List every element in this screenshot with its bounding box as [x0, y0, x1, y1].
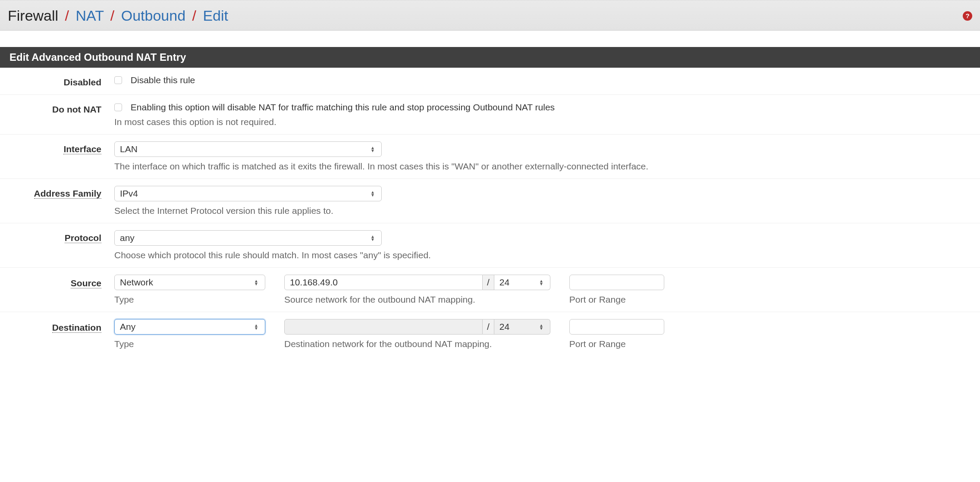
- page-header: Firewall / NAT / Outbound / Edit ?: [0, 0, 980, 31]
- panel-title: Edit Advanced Outbound NAT Entry: [0, 47, 980, 68]
- select-address-family-value: IPv4: [120, 188, 138, 199]
- breadcrumb-nat[interactable]: NAT: [75, 7, 104, 24]
- help-icon-glyph: ?: [965, 12, 969, 19]
- select-destination-mask-value: 24: [499, 322, 509, 332]
- select-destination-type-value: Any: [120, 322, 135, 332]
- input-source-port[interactable]: [569, 275, 664, 290]
- breadcrumb-edit[interactable]: Edit: [203, 7, 228, 24]
- destination-network-group: / 24 ▲▼: [284, 319, 550, 335]
- chevron-updown-icon: ▲▼: [253, 279, 260, 285]
- row-interface: Interface LAN ▲▼ The interface on which …: [0, 135, 980, 179]
- row-source: Source Network ▲▼ Type / 24 ▲▼ S: [0, 268, 980, 312]
- caption-destination-type: Type: [114, 339, 265, 349]
- spacer: [0, 31, 980, 47]
- select-source-mask[interactable]: 24 ▲▼: [494, 275, 550, 290]
- label-address-family: Address Family: [34, 188, 101, 199]
- help-donat: In most cases this option is not require…: [114, 117, 970, 127]
- help-interface: The interface on which traffic is matche…: [114, 161, 970, 172]
- label-interface: Interface: [63, 144, 101, 154]
- breadcrumb-sep: /: [190, 7, 199, 24]
- select-protocol[interactable]: any ▲▼: [114, 230, 382, 246]
- source-network-group: / 24 ▲▼: [284, 275, 550, 290]
- select-interface-value: LAN: [120, 144, 138, 154]
- breadcrumb-sep: /: [108, 7, 117, 24]
- label-protocol: Protocol: [65, 233, 101, 243]
- chevron-updown-icon: ▲▼: [369, 235, 376, 241]
- select-source-type[interactable]: Network ▲▼: [114, 275, 265, 290]
- breadcrumb: Firewall / NAT / Outbound / Edit: [8, 7, 228, 24]
- checkbox-donat[interactable]: [114, 103, 122, 111]
- row-donat: Do not NAT Enabling this option will dis…: [0, 95, 980, 135]
- caption-destination-network: Destination network for the outbound NAT…: [284, 339, 550, 349]
- caption-source-type: Type: [114, 294, 265, 305]
- input-destination-port[interactable]: [569, 319, 664, 335]
- label-source: Source: [71, 278, 101, 288]
- breadcrumb-sep: /: [63, 7, 72, 24]
- select-interface[interactable]: LAN ▲▼: [114, 141, 382, 157]
- help-protocol: Choose which protocol this rule should m…: [114, 250, 970, 260]
- chevron-updown-icon: ▲▼: [253, 324, 260, 330]
- label-disabled: Disabled: [0, 75, 114, 88]
- slash-addon: /: [483, 275, 494, 290]
- select-protocol-value: any: [120, 233, 135, 243]
- row-protocol: Protocol any ▲▼ Choose which protocol th…: [0, 223, 980, 268]
- breadcrumb-outbound[interactable]: Outbound: [121, 7, 185, 24]
- input-source-network[interactable]: [284, 275, 483, 290]
- row-destination: Destination Any ▲▼ Type / 24 ▲▼: [0, 312, 980, 356]
- help-icon[interactable]: ?: [963, 11, 972, 21]
- caption-source-port: Port or Range: [569, 294, 664, 305]
- checkbox-label-disable-rule: Disable this rule: [131, 75, 195, 85]
- breadcrumb-root: Firewall: [8, 7, 58, 24]
- checkbox-disable-rule[interactable]: [114, 76, 122, 84]
- row-disabled: Disabled Disable this rule: [0, 68, 980, 95]
- select-source-type-value: Network: [120, 277, 153, 288]
- caption-destination-port: Port or Range: [569, 339, 664, 349]
- select-destination-mask[interactable]: 24 ▲▼: [494, 319, 550, 335]
- caption-source-network: Source network for the outbound NAT mapp…: [284, 294, 550, 305]
- help-address-family: Select the Internet Protocol version thi…: [114, 206, 970, 216]
- row-address-family: Address Family IPv4 ▲▼ Select the Intern…: [0, 179, 980, 223]
- chevron-updown-icon: ▲▼: [538, 279, 545, 285]
- label-destination: Destination: [52, 322, 101, 333]
- select-source-mask-value: 24: [499, 277, 509, 288]
- select-destination-type[interactable]: Any ▲▼: [114, 319, 265, 335]
- checkbox-label-donat: Enabling this option will disable NAT fo…: [131, 102, 555, 112]
- chevron-updown-icon: ▲▼: [538, 324, 545, 330]
- chevron-updown-icon: ▲▼: [369, 191, 376, 197]
- select-address-family[interactable]: IPv4 ▲▼: [114, 186, 382, 201]
- slash-addon: /: [483, 319, 494, 335]
- input-destination-network: [284, 319, 483, 335]
- label-donat: Do not NAT: [0, 102, 114, 115]
- chevron-updown-icon: ▲▼: [369, 146, 376, 152]
